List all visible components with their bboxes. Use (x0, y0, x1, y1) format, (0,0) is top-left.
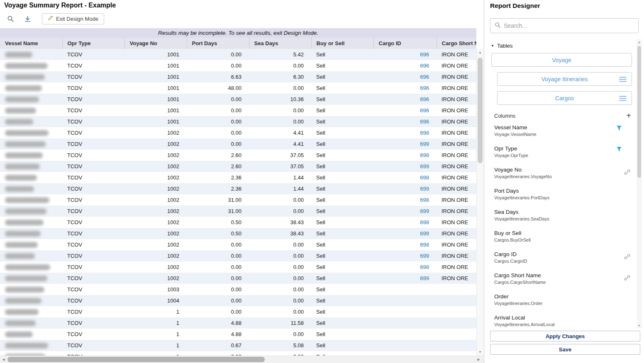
column-item-opr-type[interactable]: Opr TypeVoyage.OprType (494, 144, 631, 165)
apply-changes-button[interactable]: Apply Changes (490, 331, 640, 341)
scroll-up-icon[interactable]: ▲ (477, 49, 483, 56)
cargo-id-link[interactable]: 699 (420, 275, 429, 281)
table-row[interactable]: TCOV10020.000.00Sell698IRON ORE (0, 239, 476, 250)
cargo-id-link[interactable]: 698 (420, 242, 429, 248)
table-row[interactable]: TCOV10020.000.00Sell698IRON ORE (0, 261, 476, 273)
scroll-left-icon[interactable]: ◀ (0, 356, 7, 363)
link-icon[interactable] (624, 275, 630, 283)
tables-section-header[interactable]: ▼ Tables (491, 43, 513, 49)
designer-scrollbar[interactable]: ▲ ▼ (637, 39, 642, 328)
table-row[interactable]: TCOV10022.361.44Sell698IRON ORE (0, 172, 476, 183)
column-item-arrival-local[interactable]: Arrival LocalVoyageItineraries.ArrivalLo… (494, 313, 631, 328)
cargo-id-link[interactable]: 698 (420, 197, 429, 203)
table-row[interactable]: TCOV10.000.00Sell (0, 306, 476, 317)
column-item-buy-or-sell[interactable]: Buy or SellCargos.BuyOrSell (494, 228, 631, 249)
cargo-id-link[interactable]: 698 (420, 219, 429, 225)
table-row[interactable]: TCOV14.880.00Sell (0, 329, 476, 340)
scroll-right-icon[interactable]: ▶ (475, 356, 482, 363)
cell-cargo-id: 698 (373, 127, 437, 138)
table-row[interactable]: TCOV10010.0010.36Sell696IRON ORE (0, 94, 476, 105)
table-horizontal-scrollbar[interactable]: ◀ ▶ (0, 356, 484, 363)
filter-icon[interactable] (616, 146, 622, 154)
cargo-id-link[interactable]: 696 (420, 119, 429, 125)
cargo-id-link[interactable]: 698 (420, 264, 429, 270)
column-item-cargo-id[interactable]: Cargo IDCargos.CargoID (494, 249, 631, 271)
table-row[interactable]: TCOV100231.000.00Sell699IRON ORE (0, 206, 476, 217)
download-icon[interactable] (22, 13, 33, 24)
column-header-sea-days[interactable]: Sea Days (249, 38, 311, 49)
table-row[interactable]: TCOV10010.000.00Sell696IRON ORE (0, 105, 476, 116)
column-header-cargo-short-name[interactable]: Cargo Short Name (437, 38, 476, 49)
cargo-id-link[interactable]: 698 (420, 152, 429, 158)
add-column-icon[interactable]: + (626, 112, 631, 119)
exit-design-mode-button[interactable]: Exit Design Mode (42, 13, 104, 24)
cargo-id-link[interactable]: 696 (420, 74, 429, 80)
table-row[interactable]: TCOV100231.000.00Sell698IRON ORE (0, 194, 476, 206)
scroll-down-icon[interactable]: ▼ (637, 323, 642, 328)
table-row[interactable]: TCOV14.8811.58Sell (0, 317, 476, 329)
table-row[interactable]: TCOV10.000.00Sell (0, 351, 476, 356)
column-item-cargo-short-name[interactable]: Cargo Short NameCargos.CargoShortName (494, 271, 631, 292)
table-vertical-scrollbar[interactable]: ▲ ▼ (476, 49, 483, 356)
designer-scrollbar-thumb[interactable] (637, 46, 641, 178)
table-row[interactable]: TCOV10020.5038.43Sell699IRON ORE (0, 228, 476, 239)
column-header-buy-or-sell[interactable]: Buy or Sell (311, 38, 373, 49)
table-button-voyage[interactable]: Voyage (491, 53, 632, 67)
cargo-id-link[interactable]: 696 (420, 107, 429, 114)
column-item-sea-days[interactable]: Sea DaysVoyageItineraries.SeaDays (494, 207, 631, 228)
cargo-id-link[interactable]: 699 (420, 186, 429, 192)
column-header-voyage-no[interactable]: Voyage No (124, 38, 187, 49)
table-row[interactable]: TCOV10020.004.41Sell698IRON ORE (0, 127, 476, 138)
scroll-down-icon[interactable]: ▼ (477, 348, 483, 356)
designer-search-input[interactable] (504, 22, 634, 29)
table-row[interactable]: TCOV10020.5038.43Sell698IRON ORE (0, 217, 476, 228)
vertical-scrollbar-thumb[interactable] (478, 58, 483, 163)
cargo-id-link[interactable]: 696 (420, 85, 429, 91)
cargo-id-link[interactable]: 699 (420, 208, 429, 214)
table-row[interactable]: TCOV10020.004.41Sell699IRON ORE (0, 138, 476, 150)
link-icon[interactable] (624, 169, 630, 177)
cargo-id-link[interactable]: 698 (420, 130, 429, 136)
table-row[interactable]: TCOV10010.000.00Sell696IRON ORE (0, 116, 476, 127)
column-item-name: Cargo Short Name (494, 271, 631, 278)
link-icon[interactable] (624, 254, 630, 261)
cargo-id-link[interactable]: 699 (420, 253, 429, 259)
hamburger-menu-icon[interactable] (619, 95, 627, 103)
cargo-id-link[interactable]: 699 (420, 141, 429, 147)
table-row[interactable]: TCOV10010.005.42Sell696IRON ORE (0, 49, 476, 60)
save-button[interactable]: Save (490, 344, 640, 355)
column-header-port-days[interactable]: Port Days (187, 38, 249, 49)
hamburger-menu-icon[interactable] (619, 76, 627, 84)
column-item-order[interactable]: OrderVoyageItineraries.Order (494, 292, 631, 313)
table-row[interactable]: TCOV10020.000.00Sell699IRON ORE (0, 273, 476, 284)
cell-sea-days: 4.41 (249, 138, 311, 150)
table-row[interactable]: TCOV10022.6037.05Sell698IRON ORE (0, 150, 476, 161)
table-row[interactable]: TCOV100148.000.00Sell696IRON ORE (0, 82, 476, 94)
table-button-cargos[interactable]: Cargos (497, 91, 632, 105)
column-header-opr-type[interactable]: Opr Type (62, 38, 124, 49)
cargo-id-link[interactable]: 698 (420, 174, 429, 181)
table-row[interactable]: TCOV10030.000.00Sell (0, 284, 476, 295)
table-row[interactable]: TCOV10022.6037.05Sell699IRON ORE (0, 161, 476, 172)
column-item-voyage-no[interactable]: Voyage NoVoyageItineraries.VoyageNo (494, 165, 631, 186)
table-button-voyage-itineraries[interactable]: Voyage Itineraries (497, 72, 632, 86)
table-row[interactable]: TCOV10.675.08Sell (0, 340, 476, 351)
column-item-port-days[interactable]: Port DaysVoyageItineraries.PortDays (494, 186, 631, 207)
cargo-id-link[interactable]: 699 (420, 163, 429, 169)
column-item-vessel-name[interactable]: Vessel NameVoyage.VesselName (494, 123, 631, 144)
column-header-vessel-name[interactable]: Vessel Name (0, 38, 62, 49)
horizontal-scrollbar-thumb[interactable] (7, 357, 265, 362)
table-row[interactable]: TCOV10040.000.00Sell (0, 295, 476, 306)
table-row[interactable]: TCOV10010.000.00Sell696IRON ORE (0, 60, 476, 71)
filter-icon[interactable] (616, 125, 622, 133)
search-icon[interactable] (5, 13, 16, 24)
table-row[interactable]: TCOV10022.361.44Sell699IRON ORE (0, 183, 476, 194)
cargo-id-link[interactable]: 696 (420, 96, 429, 102)
table-row[interactable]: TCOV10016.636.30Sell696IRON ORE (0, 71, 476, 82)
cargo-id-link[interactable]: 696 (420, 63, 429, 69)
scroll-up-icon[interactable]: ▲ (637, 39, 642, 45)
cargo-id-link[interactable]: 696 (420, 51, 429, 58)
column-header-cargo-id[interactable]: Cargo ID (373, 38, 437, 49)
table-row[interactable]: TCOV10020.000.00Sell699IRON ORE (0, 250, 476, 261)
cargo-id-link[interactable]: 699 (420, 230, 429, 237)
